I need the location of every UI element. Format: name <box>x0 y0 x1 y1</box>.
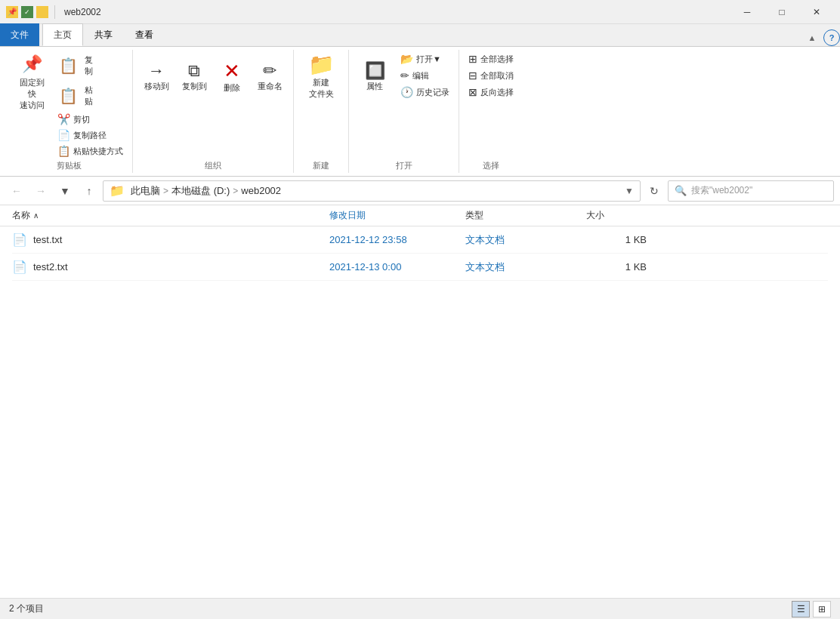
cut-button[interactable]: ✂️ 剪切 <box>54 112 126 127</box>
history-button[interactable]: 🕐 历史记录 <box>397 85 452 100</box>
select-none-button[interactable]: ⊟ 全部取消 <box>465 68 517 83</box>
paste-shortcut-icon: 📋 <box>57 145 70 157</box>
select-label: 选择 <box>483 160 499 171</box>
view-toggle: ☰ ⊞ <box>792 601 831 617</box>
maximize-button[interactable]: □ <box>764 0 799 24</box>
tab-file[interactable]: 文件 <box>0 23 39 46</box>
breadcrumb-folder: web2002 <box>241 185 281 196</box>
col-header-date[interactable]: 修改日期 <box>329 209 465 222</box>
move-to-icon: → <box>148 63 165 79</box>
new-folder-icon: 📁 <box>308 54 335 75</box>
copy-to-icon: ⧉ <box>188 63 200 79</box>
rename-label: 重命名 <box>258 81 283 92</box>
paste-button[interactable]: 📋 粘贴 <box>54 82 100 110</box>
breadcrumb-folder-icon: 📁 <box>110 183 125 198</box>
edit-button[interactable]: ✏ 编辑 <box>397 68 452 83</box>
minimize-button[interactable]: ─ <box>730 0 764 24</box>
cut-label: 剪切 <box>73 114 90 125</box>
details-view-button[interactable]: ☰ <box>792 601 810 617</box>
new-folder-label: 新建 文件夹 <box>309 77 334 100</box>
clipboard-small-group: 📋 复制 📋 粘贴 ✂️ 剪切 📄 复制路径 <box>54 51 126 159</box>
help-button[interactable]: ? <box>823 29 840 46</box>
file-name-0: 📄 test.txt <box>12 233 329 247</box>
properties-button[interactable]: 🔲 属性 <box>355 51 394 103</box>
delete-button[interactable]: ✕ 删除 <box>215 51 249 103</box>
rename-button[interactable]: ✏ 重命名 <box>252 51 287 103</box>
new-folder-button[interactable]: 📁 新建 文件夹 <box>300 51 342 103</box>
close-button[interactable]: ✕ <box>799 0 834 24</box>
pin-icon: 📌 <box>22 56 42 72</box>
invert-select-button[interactable]: ⊠ 反向选择 <box>465 85 517 100</box>
item-count: 2 个项目 <box>9 602 44 615</box>
sort-arrow: ∧ <box>33 211 39 220</box>
ribbon-collapse-button[interactable]: ▲ <box>804 29 820 46</box>
tab-share[interactable]: 共享 <box>83 23 124 46</box>
history-icon: 🕐 <box>400 86 413 98</box>
copy-path-button[interactable]: 📄 复制路径 <box>54 128 126 143</box>
title-pin-icon: 📌 <box>6 6 18 18</box>
title-divider <box>54 5 55 19</box>
paste-label: 粘贴 <box>82 85 95 107</box>
file-type-1: 文本文档 <box>465 260 586 274</box>
tab-view[interactable]: 查看 <box>124 23 165 46</box>
refresh-button[interactable]: ↻ <box>644 180 665 202</box>
file-list-header: 名称 ∧ 修改日期 类型 大小 <box>0 205 840 226</box>
file-type-0: 文本文档 <box>465 233 586 247</box>
select-all-icon: ⊞ <box>468 53 477 65</box>
open-content: 🔲 属性 📂 打开▼ ✏ 编辑 🕐 历史记录 <box>355 51 452 159</box>
file-size-1: 1 KB <box>586 261 662 273</box>
properties-label: 属性 <box>366 81 383 92</box>
ribbon-tabs: 文件 主页 共享 查看 ▲ ? <box>0 24 840 47</box>
paste-icon: 📋 <box>59 87 78 105</box>
rename-icon: ✏ <box>263 63 276 79</box>
search-bar[interactable]: 🔍 搜索"web2002" <box>668 180 834 202</box>
open-small-group: 📂 打开▼ ✏ 编辑 🕐 历史记录 <box>397 51 452 100</box>
forward-button[interactable]: → <box>30 180 51 202</box>
pin-button[interactable]: 📌 固定到快 速访问 <box>12 51 51 103</box>
back-button[interactable]: ← <box>6 180 27 202</box>
open-button[interactable]: 📂 打开▼ <box>397 51 452 66</box>
col-header-type[interactable]: 类型 <box>465 209 586 222</box>
copy-to-button[interactable]: ⧉ 复制到 <box>177 51 212 103</box>
tab-main[interactable]: 主页 <box>42 23 83 46</box>
address-bar[interactable]: 📁 此电脑 > 本地磁盘 (D:) > web2002 ▼ <box>103 180 641 202</box>
open-label: 打开▼ <box>416 54 441 65</box>
up-button[interactable]: ↑ <box>79 180 100 202</box>
new-group: 📁 新建 文件夹 新建 <box>294 50 349 173</box>
large-icons-view-button[interactable]: ⊞ <box>813 601 831 617</box>
select-all-button[interactable]: ⊞ 全部选择 <box>465 51 517 66</box>
window-title: web2002 <box>64 7 730 17</box>
title-check-icon: ✓ <box>21 6 33 18</box>
col-header-name[interactable]: 名称 ∧ <box>12 209 329 222</box>
open-group: 🔲 属性 📂 打开▼ ✏ 编辑 🕐 历史记录 打开 <box>349 50 459 173</box>
file-row[interactable]: 📄 test.txt 2021-12-12 23:58 文本文档 1 KB <box>12 226 828 254</box>
move-to-label: 移动到 <box>144 81 169 92</box>
edit-label: 编辑 <box>412 70 429 82</box>
file-date-1: 2021-12-13 0:00 <box>329 261 465 273</box>
nav-bar: ← → ▼ ↑ 📁 此电脑 > 本地磁盘 (D:) > web2002 ▼ ↻ … <box>0 177 840 205</box>
delete-icon: ✕ <box>224 61 240 81</box>
organize-content: → 移动到 ⧉ 复制到 ✕ 删除 ✏ 重命名 <box>139 51 287 159</box>
paste-shortcut-button[interactable]: 📋 粘贴快捷方式 <box>54 143 126 159</box>
file-date-0: 2021-12-12 23:58 <box>329 234 465 245</box>
paste-shortcut-label: 粘贴快捷方式 <box>73 146 123 157</box>
cut-icon: ✂️ <box>57 113 70 125</box>
move-to-button[interactable]: → 移动到 <box>139 51 174 103</box>
status-bar: 2 个项目 ☰ ⊞ <box>0 598 840 619</box>
open-icon: 📂 <box>400 53 413 65</box>
recent-button[interactable]: ▼ <box>54 180 76 202</box>
properties-icon: 🔲 <box>365 63 385 79</box>
col-header-size[interactable]: 大小 <box>586 209 662 222</box>
file-row[interactable]: 📄 test2.txt 2021-12-13 0:00 文本文档 1 KB <box>12 254 828 281</box>
copy-to-label: 复制到 <box>182 81 207 92</box>
copy-label: 复制 <box>82 54 95 77</box>
open-label: 打开 <box>396 160 412 171</box>
breadcrumb-sep2: > <box>233 186 238 196</box>
edit-icon: ✏ <box>400 69 409 82</box>
organize-label: 组织 <box>205 160 221 171</box>
invert-select-icon: ⊠ <box>468 86 477 98</box>
copy-button[interactable]: 📋 复制 <box>54 51 100 80</box>
select-group: ⊞ 全部选择 ⊟ 全部取消 ⊠ 反向选择 选择 <box>459 50 523 173</box>
main-content: 📄 test.txt 2021-12-12 23:58 文本文档 1 KB 📄 … <box>0 226 840 598</box>
clipboard-group: 📌 固定到快 速访问 📋 复制 📋 粘贴 ✂️ 剪切 <box>6 50 133 173</box>
